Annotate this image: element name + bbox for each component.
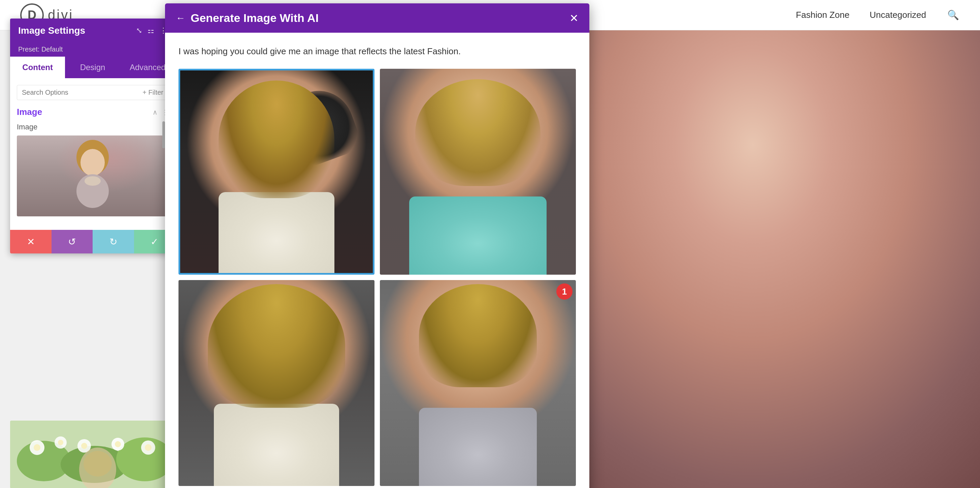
search-input[interactable] (22, 89, 139, 96)
bottom-image-bg (10, 421, 175, 488)
section-collapse-icon[interactable]: ∧ (153, 108, 158, 116)
svg-point-16 (115, 441, 121, 447)
sweater-3 (214, 404, 339, 486)
grid-image-1[interactable] (178, 69, 374, 275)
panel-fullscreen-icon[interactable]: ⤡ (136, 26, 142, 35)
grid-image-3[interactable] (178, 280, 374, 486)
modal-prompt-text: I was hoping you could give me an image … (178, 45, 576, 58)
panel-tabs: Content Design Advanced (10, 57, 175, 78)
tab-design[interactable]: Design (65, 57, 120, 78)
nav-link-fashion-zone[interactable]: Fashion Zone (796, 10, 850, 20)
umbrella-element (276, 81, 364, 171)
svg-point-4 (84, 176, 101, 186)
reset-button[interactable]: ↺ (51, 230, 93, 254)
modal-back-icon[interactable]: ← (176, 13, 185, 24)
search-filter-row: + Filter (17, 85, 169, 100)
image-grid: 1 (178, 69, 576, 486)
cancel-button[interactable]: ✕ (10, 230, 51, 254)
panel-title: Image Settings (18, 25, 85, 36)
grid-image-2-bg (380, 69, 576, 275)
image-preview-box[interactable] (17, 136, 169, 216)
panel-header: Image Settings ⤡ ⚏ ⋮ (10, 19, 175, 43)
image-4-badge: 1 (556, 284, 573, 300)
section-header: Image ∧ ⋮ (17, 107, 169, 117)
section-title: Image (17, 107, 42, 117)
grid-image-2[interactable] (380, 69, 576, 275)
panel-header-icons: ⤡ ⚏ ⋮ (136, 26, 167, 35)
panel-actions: ✕ ↺ ↻ ✓ (10, 230, 175, 254)
svg-point-12 (58, 440, 63, 445)
grid-image-1-bg (180, 70, 373, 273)
sweater-4 (419, 408, 536, 486)
sweater-2 (409, 196, 546, 275)
svg-point-18 (145, 444, 151, 451)
image-preview-inner (17, 136, 169, 216)
nav-link-uncategorized[interactable]: Uncategorized (870, 10, 926, 20)
redo-button[interactable]: ↻ (92, 230, 134, 254)
panel-preset: Preset: Default (10, 43, 175, 57)
svg-point-10 (34, 444, 40, 451)
garden-preview-svg (10, 421, 175, 488)
svg-point-20 (84, 451, 112, 477)
modal-body: I was hoping you could give me an image … (165, 33, 589, 488)
panel-columns-icon[interactable]: ⚏ (148, 26, 154, 35)
nav-links: Fashion Zone Uncategorized 🔍 (796, 8, 960, 22)
grid-image-3-bg (178, 280, 374, 486)
model-preview-svg (66, 139, 119, 213)
image-field-label: Image (17, 123, 169, 131)
panel-body: + Filter Image ∧ ⋮ Image (10, 78, 175, 230)
modal-header: ← Generate Image With AI ✕ (165, 3, 589, 33)
svg-point-1 (81, 149, 105, 176)
grid-image-4[interactable]: 1 (380, 280, 576, 486)
nav-search-icon[interactable]: 🔍 (946, 8, 960, 22)
sweater-1 (219, 192, 334, 273)
svg-point-14 (81, 443, 87, 449)
image-settings-panel: Image Settings ⤡ ⚏ ⋮ Preset: Default Con… (10, 19, 175, 254)
tab-content[interactable]: Content (10, 57, 65, 78)
modal-title-row: ← Generate Image With AI (176, 11, 318, 25)
modal-title: Generate Image With AI (191, 11, 318, 25)
grid-image-4-bg (380, 280, 576, 486)
bottom-image-preview (10, 421, 175, 488)
modal-close-button[interactable]: ✕ (570, 13, 579, 24)
ai-modal: ← Generate Image With AI ✕ I was hoping … (165, 3, 589, 488)
filter-button[interactable]: + Filter (142, 89, 163, 96)
